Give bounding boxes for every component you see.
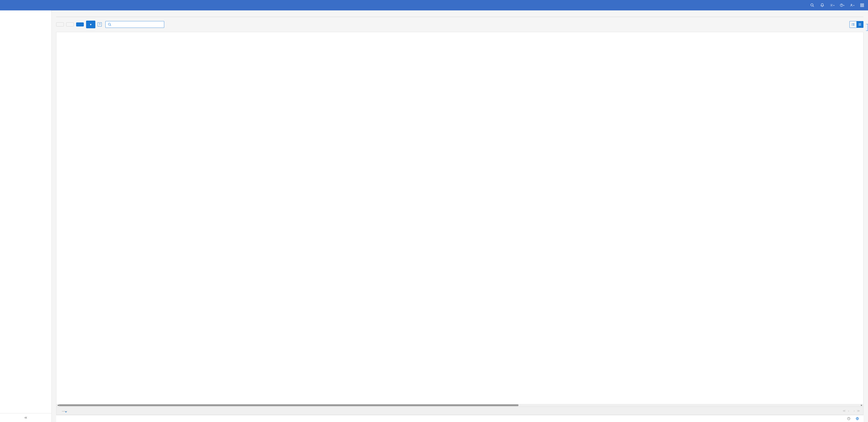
bell-icon[interactable] — [820, 3, 825, 7]
svg-point-2 — [831, 5, 832, 6]
svg-point-5 — [851, 4, 852, 5]
datetime-display — [847, 417, 852, 420]
backup-now-button[interactable] — [56, 23, 64, 27]
question-icon: ? — [98, 23, 102, 27]
view-tree-button[interactable] — [850, 21, 857, 28]
sidebar-collapse-button[interactable] — [0, 413, 52, 422]
page-size-select[interactable] — [62, 410, 67, 411]
svg-line-1 — [813, 6, 814, 7]
svg-point-10 — [108, 23, 110, 25]
search-input[interactable] — [113, 23, 162, 26]
svg-point-4 — [841, 6, 842, 6]
page-first-button[interactable]: ≪ — [843, 409, 846, 413]
svg-point-0 — [811, 4, 813, 6]
page-next-button[interactable]: › — [854, 409, 855, 413]
timezone-link[interactable] — [856, 417, 860, 420]
toolbar: ▾ ? — [56, 21, 864, 28]
svg-rect-6 — [861, 4, 862, 5]
gear-icon[interactable]: ▸ — [830, 3, 835, 7]
clock-icon — [847, 417, 850, 420]
svg-line-11 — [110, 25, 111, 26]
help-protect-assets-link[interactable]: ? — [98, 23, 103, 27]
app-header: ▸ ▸ ▸ — [0, 0, 868, 10]
pagination-bar: ≪ ‹ › ≫ — [56, 407, 863, 415]
apps-icon[interactable] — [860, 3, 864, 7]
more-actions-button[interactable]: ▾ — [86, 21, 95, 28]
view-copies-button[interactable] — [66, 23, 74, 27]
globe-icon — [856, 417, 859, 420]
header-toolbar: ▸ ▸ ▸ — [810, 3, 864, 7]
assets-table: ≪ ‹ › ≫ — [56, 32, 864, 415]
view-toggle — [849, 21, 864, 28]
caret-down-icon: ▾ — [90, 23, 92, 26]
help-icon[interactable]: ▸ — [840, 3, 844, 7]
sidebar — [0, 10, 52, 422]
search-icon — [108, 23, 112, 26]
svg-rect-8 — [861, 6, 862, 7]
svg-rect-7 — [863, 4, 864, 5]
user-icon[interactable]: ▸ — [850, 3, 855, 7]
export-button[interactable] — [76, 23, 84, 27]
page-last-button[interactable]: ≫ — [857, 409, 860, 413]
search-icon[interactable] — [810, 3, 814, 7]
status-bar — [56, 415, 864, 422]
view-list-button[interactable] — [857, 21, 863, 28]
page-prev-button[interactable]: ‹ — [848, 409, 849, 413]
feedback-tab[interactable] — [866, 24, 868, 31]
svg-rect-9 — [863, 6, 864, 7]
main-content: ▾ ? — [52, 10, 868, 422]
horizontal-scrollbar[interactable] — [56, 404, 863, 407]
search-box[interactable] — [105, 21, 164, 28]
